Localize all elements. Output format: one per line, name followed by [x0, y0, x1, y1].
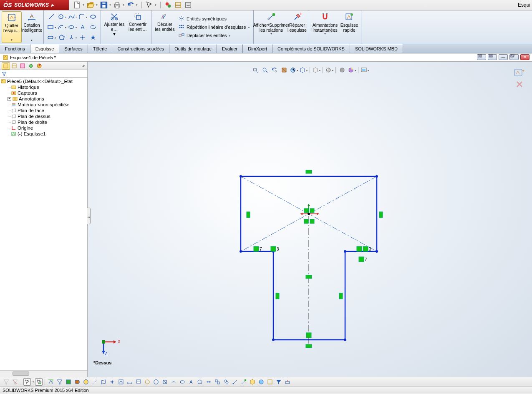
bt-filter-face-icon[interactable]	[65, 378, 72, 386]
poly-tool-icon[interactable]	[57, 33, 67, 43]
open-icon[interactable]	[86, 1, 95, 9]
panel-scrollbar[interactable]	[0, 370, 87, 377]
bt-21-icon[interactable]	[222, 378, 230, 386]
restore-button[interactable]	[509, 54, 519, 60]
tab-esquisse[interactable]: Esquisse	[30, 44, 60, 53]
tree-item-plan-dessus[interactable]: ⋯Plan de dessus	[1, 113, 86, 119]
bt-filter-plane-icon[interactable]	[100, 378, 107, 386]
tree-item-origine[interactable]: ⋯Origine	[1, 125, 86, 131]
bt-12-icon[interactable]	[144, 378, 151, 386]
feature-tree-tab-icon[interactable]	[2, 62, 10, 70]
bt-16-icon[interactable]	[179, 378, 186, 386]
select-box-icon[interactable]	[23, 378, 31, 386]
offset-button[interactable]: Décaler les entités	[153, 11, 176, 43]
close-button[interactable]: ✕	[520, 54, 529, 60]
tree-item-esquisse1[interactable]: ⋯(-) Esquisse1	[1, 131, 86, 137]
dropdown-icon[interactable]: ▼	[96, 4, 98, 6]
repair-button[interactable]: + Réparer l'esquisse	[287, 11, 307, 43]
tree-item-plan-face[interactable]: ⋯Plan de face	[1, 108, 86, 113]
bt-filter-dim-icon[interactable]	[126, 378, 134, 386]
point-tool-icon[interactable]: ▾	[67, 33, 77, 43]
bt-13-icon[interactable]	[152, 378, 160, 386]
rapid-sketch-button[interactable]: Esquisse rapide	[339, 11, 359, 43]
polygon-tool-icon[interactable]: ▾	[67, 22, 77, 32]
filter-icon[interactable]	[3, 378, 10, 386]
filter-row[interactable]	[0, 70, 87, 78]
ellipse2-tool-icon[interactable]	[88, 22, 98, 32]
tab-evaluer[interactable]: Evaluer	[217, 44, 243, 53]
dropdown-icon[interactable]: ▼	[82, 4, 85, 6]
dropdown-icon[interactable]: ▼	[109, 4, 111, 6]
expand-icon[interactable]: +	[8, 97, 11, 101]
bt-filter-solid-icon[interactable]	[82, 378, 90, 386]
tab-mbd[interactable]: SOLIDWORKS MBD	[350, 44, 403, 53]
tab-tolerie[interactable]: Tôlerie	[88, 44, 113, 53]
rebuild-icon[interactable]	[164, 1, 172, 9]
mirror-button[interactable]: Entités symétriques	[176, 15, 252, 23]
tree-item-materiau[interactable]: ⋯Matériau <non spécifié>	[1, 102, 86, 108]
tab-dimxpert[interactable]: DimXpert	[243, 44, 272, 53]
bt-24-icon[interactable]	[249, 378, 256, 386]
dropdown-icon[interactable]: ▼	[136, 4, 138, 6]
minimize-button[interactable]: —	[499, 54, 508, 60]
bt-filter-axis-icon[interactable]	[91, 378, 98, 386]
bt-filter-note-icon[interactable]	[135, 378, 142, 386]
tree-item-capteurs[interactable]: ⋯Capteurs	[1, 90, 86, 96]
graphics-viewport[interactable]: ▾ ▾ ▾ ▾ ▾ ▾	[88, 62, 532, 377]
bt-15-icon[interactable]	[170, 378, 177, 386]
save-icon[interactable]	[100, 1, 108, 9]
dimxpert-tab-icon[interactable]	[27, 62, 35, 70]
fillet-tool-icon[interactable]: ▾	[78, 12, 88, 22]
bt-18-icon[interactable]	[196, 378, 204, 386]
bt-filter-vertex-icon[interactable]	[47, 378, 55, 386]
bt-filter-surface-icon[interactable]	[73, 378, 81, 386]
convert-button[interactable]: Convertir les enti…	[126, 11, 149, 43]
arc-tool-icon[interactable]: ▾	[57, 22, 67, 32]
bt-25-icon[interactable]	[257, 378, 265, 386]
move-button[interactable]: Déplacer les entités▾	[176, 31, 252, 40]
linear-pattern-button[interactable]: Répétition linéaire d'esquisse▾	[176, 23, 252, 31]
snaps-button[interactable]: Aimantations instantanées▼	[311, 11, 339, 43]
options-icon[interactable]	[174, 1, 182, 9]
settings-icon[interactable]	[184, 1, 192, 9]
tab-moulage[interactable]: Outils de moulage	[169, 44, 217, 53]
config-tab-icon[interactable]	[18, 62, 27, 70]
undo-icon[interactable]	[126, 1, 135, 9]
window-tile1-button[interactable]	[477, 54, 486, 60]
display-tab-icon[interactable]	[35, 62, 43, 70]
circle-tool-icon[interactable]: ▾	[57, 12, 67, 22]
bt-22-icon[interactable]	[231, 378, 239, 386]
bt-27-icon[interactable]	[275, 378, 282, 386]
sketch-canvas[interactable]: 7 3 3 7	[88, 62, 532, 377]
bt-filter-sketch-icon[interactable]	[117, 378, 125, 386]
property-tab-icon[interactable]	[10, 62, 18, 70]
expand-panel-icon[interactable]: »	[82, 63, 85, 68]
dropdown-icon[interactable]: ▼	[154, 4, 157, 6]
select-other-icon[interactable]	[35, 378, 43, 386]
dropdown-icon[interactable]: ▼	[122, 4, 125, 6]
ellipse-tool-icon[interactable]	[88, 12, 98, 22]
window-tile2-button[interactable]	[488, 54, 497, 60]
tree-root[interactable]: Pièce5 (Défaut<<Défaut>_Etat	[1, 78, 86, 84]
tree-item-historique[interactable]: ⋯Historique	[1, 84, 86, 90]
exit-sketch-button[interactable]: Quitter l'esqui…▼	[2, 11, 22, 43]
tree-item-annotations[interactable]: +AAnnotations	[1, 96, 86, 102]
bt-17-icon[interactable]: A	[187, 378, 195, 386]
bt-filter-edge-icon[interactable]	[56, 378, 63, 386]
line-tool-icon[interactable]	[46, 12, 56, 22]
tab-surfaces[interactable]: Surfaces	[59, 44, 88, 53]
tab-constructions[interactable]: Constructions soudées	[112, 44, 169, 53]
spline-tool-icon[interactable]: ▾	[67, 12, 77, 22]
bt-19-icon[interactable]	[205, 378, 212, 386]
new-icon[interactable]	[73, 1, 81, 9]
print-icon[interactable]	[113, 1, 121, 9]
bt-14-icon[interactable]	[161, 378, 169, 386]
bt-28-icon[interactable]	[284, 378, 291, 386]
rect-tool-icon[interactable]: ▾	[46, 22, 56, 32]
tab-complements[interactable]: Compléments de SOLIDWORKS	[272, 44, 350, 53]
star-tool-icon[interactable]	[88, 33, 98, 43]
display-relations-button[interactable]: Afficher/Supprimer les relations▼	[255, 11, 287, 43]
smart-dimension-button[interactable]: ø Cotation intelligente▼	[22, 11, 42, 43]
bt-filter-point-icon[interactable]	[108, 378, 116, 386]
bt-23-icon[interactable]	[240, 378, 247, 386]
